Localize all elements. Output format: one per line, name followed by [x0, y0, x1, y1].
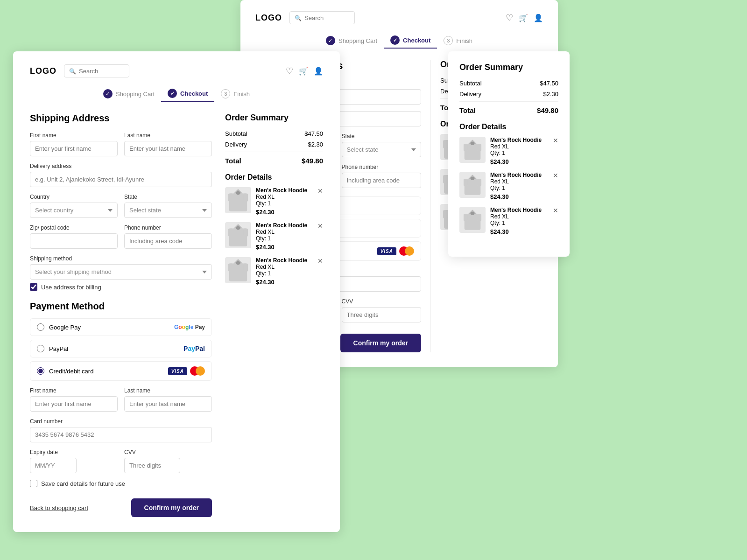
back-step-checkout[interactable]: ✓ Checkout: [384, 33, 437, 49]
main-cvv-input[interactable]: [124, 458, 180, 473]
main-item-qty-1: Qty: 1: [256, 235, 313, 242]
main-step-checkout[interactable]: ✓ Checkout: [161, 86, 214, 102]
main-item-info-1: Men's Rock Hoodie Red XL Qty: 1 $24.30: [256, 222, 313, 251]
back-heart-icon[interactable]: [506, 13, 513, 23]
main-total-value: $49.80: [302, 157, 323, 165]
main-card-number-input[interactable]: [30, 427, 212, 442]
back-state-col: State Select state: [342, 133, 422, 157]
main-step-shopping-cart[interactable]: ✓ Shopping Cart: [97, 86, 161, 101]
main-heart-icon[interactable]: [286, 66, 293, 76]
right-item-qty-2: Qty: 1: [490, 220, 548, 226]
main-expiry-label: Expiry date: [30, 449, 118, 455]
back-user-icon[interactable]: [534, 14, 543, 22]
main-item-price-0: $24.30: [256, 209, 313, 216]
svg-point-32: [471, 142, 475, 145]
back-cvv-input[interactable]: [342, 307, 422, 322]
main-item-remove-2[interactable]: ✕: [317, 257, 323, 265]
svg-rect-34: [477, 144, 481, 151]
svg-rect-23: [228, 229, 233, 237]
main-state-label: State: [124, 194, 212, 200]
main-paypal-option[interactable]: PayPal PayPal: [30, 340, 212, 357]
main-delivery-label: Delivery: [225, 141, 247, 148]
back-header-icons: [506, 13, 543, 23]
right-hoodie-svg-0: [462, 138, 483, 162]
main-gpay-option[interactable]: Google Pay Google Pay: [30, 318, 212, 336]
main-item-price-1: $24.30: [256, 244, 313, 251]
back-mc-circle2: [405, 246, 414, 256]
main-paypal-badge: PayPal: [183, 345, 205, 352]
main-credit-radio[interactable]: [37, 367, 44, 375]
main-item-name-1: Men's Rock Hoodie: [256, 222, 313, 229]
main-last-name-input[interactable]: [124, 141, 212, 156]
main-card: LOGO ✓ Shopping Cart ✓ Checkout 3 Finish…: [13, 51, 340, 532]
right-item-remove-2[interactable]: ✕: [553, 207, 558, 214]
main-gpay-badge: Google Pay: [174, 324, 205, 330]
main-search-box[interactable]: [64, 64, 129, 77]
right-order-item-1: Men's Rock Hoodie Red XL Qty: 1 $24.30 ✕: [459, 172, 558, 200]
right-subtotal-value: $47.50: [540, 80, 558, 87]
main-expiry-input[interactable]: [30, 458, 77, 473]
back-confirm-btn[interactable]: Confirm my order: [340, 334, 421, 352]
right-subtotal-row: Subtotal $47.50: [459, 80, 558, 87]
main-search-input[interactable]: [79, 68, 124, 75]
main-zip-input[interactable]: [30, 233, 118, 249]
right-delivery-label: Delivery: [459, 91, 481, 98]
back-phone-input[interactable]: [342, 173, 422, 188]
back-step-shopping-cart[interactable]: ✓ Shopping Cart: [319, 33, 384, 48]
main-delivery-label: Delivery address: [30, 163, 212, 169]
main-back-btn[interactable]: Back to shopping cart: [30, 504, 88, 511]
main-gpay-radio[interactable]: [37, 323, 44, 331]
main-billing-checkbox[interactable]: [30, 283, 37, 291]
main-confirm-btn[interactable]: Confirm my order: [131, 498, 212, 517]
main-card-first-name-input[interactable]: [30, 396, 118, 412]
main-user-icon[interactable]: [314, 67, 323, 76]
main-delivery-row: Delivery $2.30: [225, 141, 323, 148]
main-first-name-input[interactable]: [30, 141, 118, 156]
main-item-remove-0[interactable]: ✕: [317, 187, 323, 195]
right-item-info-2: Men's Rock Hoodie Red XL Qty: 1 $24.30: [490, 207, 548, 235]
main-last-name-label: Last name: [124, 132, 212, 139]
main-cart-icon[interactable]: [299, 67, 308, 76]
main-state-select[interactable]: Select state: [124, 203, 212, 218]
main-shipping-method-group: Shipping method Select your shipping met…: [30, 255, 212, 280]
main-mc-badge: [190, 366, 205, 376]
back-cart-icon[interactable]: [519, 14, 528, 22]
main-shipping-method-select[interactable]: Select your shipping method: [30, 264, 212, 280]
svg-rect-29: [244, 264, 248, 272]
main-logo: LOGO: [30, 66, 56, 76]
main-save-card-checkbox[interactable]: [30, 480, 37, 487]
right-item-price-1: $24.30: [490, 193, 548, 200]
main-last-name-group: Last name: [124, 132, 212, 156]
svg-rect-13: [443, 210, 448, 218]
main-step-finish[interactable]: 3 Finish: [214, 86, 256, 101]
main-subtotal-label: Subtotal: [225, 130, 247, 137]
main-country-select[interactable]: Select country: [30, 203, 118, 218]
main-gpay-label: Google Pay: [49, 324, 81, 331]
back-step-num-3: 3: [444, 36, 453, 45]
main-delivery-input[interactable]: [30, 172, 212, 187]
right-item-color-2: Red XL: [490, 213, 548, 220]
right-item-color-0: Red XL: [490, 143, 548, 150]
main-item-remove-1[interactable]: ✕: [317, 222, 323, 230]
main-expiry-group: Expiry date: [30, 449, 118, 473]
main-item-price-2: $24.30: [256, 279, 313, 286]
main-card-form: First name Last name Card number Expiry …: [30, 387, 212, 487]
right-item-remove-1[interactable]: ✕: [553, 172, 558, 179]
right-item-remove-0[interactable]: ✕: [553, 137, 558, 144]
svg-point-27: [236, 261, 240, 265]
back-phone-col: Phone number: [342, 164, 422, 188]
main-credit-option[interactable]: Credit/debit card VISA: [30, 361, 212, 381]
main-phone-input[interactable]: [124, 233, 212, 249]
back-search-input[interactable]: [304, 14, 350, 21]
back-search-box[interactable]: [289, 11, 355, 24]
main-card-last-name-input[interactable]: [124, 396, 212, 412]
back-state-select[interactable]: Select state: [342, 142, 422, 157]
main-paypal-radio[interactable]: [37, 345, 44, 352]
main-item-qty-0: Qty: 1: [256, 200, 313, 207]
svg-rect-43: [464, 214, 468, 221]
back-cvv-label: CVV: [342, 298, 422, 305]
main-item-info-0: Men's Rock Hoodie Red XL Qty: 1 $24.30: [256, 187, 313, 216]
main-billing-label: Use address for billing: [41, 284, 101, 291]
back-step-finish[interactable]: 3 Finish: [437, 33, 479, 48]
back-step-label-1: Shopping Cart: [338, 37, 377, 44]
